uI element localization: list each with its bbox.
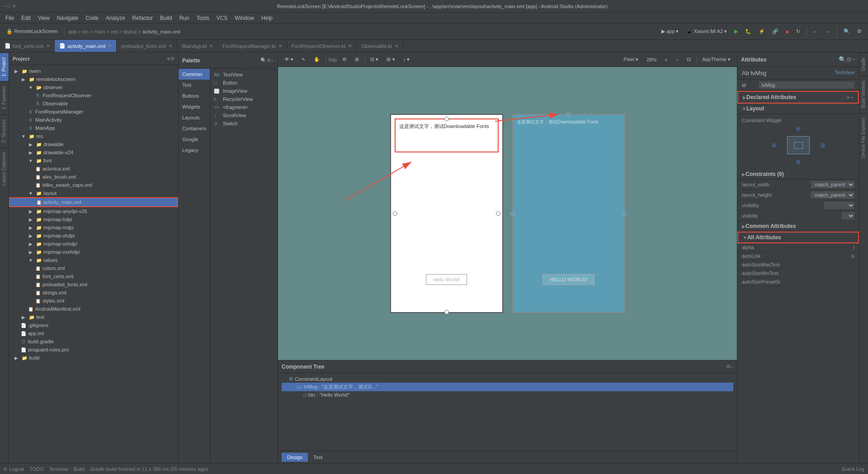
menu-file[interactable]: File <box>2 14 18 22</box>
status-event-log[interactable]: Event Log <box>842 466 864 472</box>
menu-navigate[interactable]: Navigate <box>53 14 82 22</box>
toolbar-attach[interactable]: 🔗 <box>769 28 781 35</box>
toolbar-profile[interactable]: ⚡ <box>756 28 768 35</box>
tree-item-observable[interactable]: K Observable <box>9 100 178 108</box>
tree-item-aclonica[interactable]: 📋 aclonica.xml <box>9 165 178 173</box>
tree-item-proguard[interactable]: 📄 proguard-rules.pro <box>9 346 178 354</box>
menu-view[interactable]: View <box>34 14 53 22</box>
tab-close-observable[interactable]: ✕ <box>395 43 398 48</box>
tree-item-colors[interactable]: 📋 colors.xml <box>9 264 178 272</box>
constraint-add-left[interactable]: ⊕ <box>771 142 777 149</box>
ct-constraint-layout[interactable]: ⊞ ConstraintLayout <box>282 375 733 383</box>
attr-visibility-select[interactable]: visible invisible gone <box>824 202 854 209</box>
handle-right[interactable] <box>496 211 500 216</box>
phone1-button[interactable]: Hello World! <box>426 274 467 285</box>
phone2-button[interactable]: HELLO WORLD! <box>542 274 594 285</box>
tab-mainapp[interactable]: MainApp.kt ✕ <box>177 40 218 52</box>
tree-item-layout[interactable]: ▼ 📁 layout <box>9 189 178 197</box>
handle-left[interactable] <box>393 211 397 216</box>
layout-section[interactable]: ▼ Layout <box>737 104 859 114</box>
palette-cat-containers[interactable]: Containers <box>179 123 210 134</box>
tree-item-mipmap-xxxhdpi[interactable]: ▶ 📁 mipmap-xxxhdpi <box>9 248 178 256</box>
toolbar-run[interactable]: ▶ <box>731 28 741 35</box>
tree-item-res[interactable]: ▼ 📁 res <box>9 132 178 140</box>
common-attributes-section[interactable]: ▶ Common Attributes <box>737 221 859 232</box>
project-settings-btn[interactable]: ⚙ <box>170 56 175 61</box>
constraint-add-top[interactable]: ⊕ <box>796 125 801 132</box>
design-zoom-in-btn[interactable]: + <box>662 56 670 63</box>
toolbar-device[interactable]: 📱 Xiaomi MI A2 ▾ <box>683 28 730 35</box>
ct-btn[interactable]: □ btn - "Hello World!" <box>282 391 733 398</box>
palette-item-switch[interactable]: ⊙ Switch <box>212 119 276 128</box>
menu-analyze[interactable]: Analyze <box>102 14 129 22</box>
menu-refactor[interactable]: Refactor <box>129 14 156 22</box>
window-controls[interactable]: ─ □ ✕ <box>4 4 16 9</box>
attr-search-btn[interactable]: 🔍 <box>839 56 846 63</box>
palette-item-textview[interactable]: Ab TextView <box>212 71 276 79</box>
component-tree-collapse[interactable]: − <box>731 364 733 370</box>
tab-activity-main[interactable]: 📄 activity_main.xml ✕ <box>55 40 117 52</box>
tree-item-gitignore[interactable]: 📄 .gitignore <box>9 321 178 329</box>
tree-item-values[interactable]: ▼ 📁 values <box>9 256 178 264</box>
palette-cat-google[interactable]: Google <box>179 134 210 145</box>
tree-item-owen[interactable]: ▶ 📁 owen <box>9 67 178 75</box>
tab-text[interactable]: Text <box>308 453 328 462</box>
vtab-layout-captures[interactable]: Layout Captures <box>0 147 9 190</box>
tab-close-font-request-manager[interactable]: ✕ <box>278 43 282 48</box>
tree-item-android-manifest[interactable]: 📋 AndroidManifest.xml <box>9 305 178 313</box>
palette-item-recyclerview[interactable]: ≡ RecyclerView <box>212 95 276 103</box>
toolbar-settings[interactable]: ⚙ <box>854 28 864 35</box>
design-guidelines-btn[interactable]: ⊞ ▾ <box>384 56 397 63</box>
tree-item-test[interactable]: ▶ 📁 test <box>9 313 178 321</box>
menu-vcs[interactable]: VCS <box>213 14 231 22</box>
component-tree-settings[interactable]: ⚙ <box>726 364 731 370</box>
tree-item-main-activity[interactable]: K MainActivity <box>9 116 178 124</box>
tree-item-observer[interactable]: ▼ 📂 observer <box>9 83 178 91</box>
palette-cat-legacy[interactable]: Legacy <box>179 145 210 156</box>
menu-build[interactable]: Build <box>156 14 176 22</box>
toolbar-stop[interactable]: ■ <box>783 28 792 35</box>
tree-item-mipmap-anydpi[interactable]: ▶ 📁 mipmap-anydpi-v26 <box>9 207 178 215</box>
vtab-device-file-explorer[interactable]: Device File Explorer <box>859 113 868 162</box>
palette-item-fragment[interactable]: <> <fragment> <box>212 103 276 111</box>
menu-tools[interactable]: Tools <box>193 14 213 22</box>
palette-settings-btn[interactable]: ⚙ <box>267 57 271 63</box>
phone2[interactable]: 这是测试文字，测试Downloadable Fonts HELLO WORLD! <box>512 114 625 313</box>
vtab-structure[interactable]: Z: Structure <box>0 114 9 147</box>
selected-textview-box[interactable]: 这是测试文字，测试Downloadable Fonts <box>395 118 499 152</box>
menu-code[interactable]: Code <box>82 14 102 22</box>
tab-observable[interactable]: Observable.kt ✕ <box>357 40 403 52</box>
design-pan-btn[interactable]: ✋ <box>311 56 323 63</box>
tree-item-activity-main[interactable]: 📋 activity_main.xml <box>9 197 178 207</box>
constraints-section[interactable]: ▶ Constraints (0) <box>737 169 859 180</box>
palette-item-scrollview[interactable]: ↕ ScrollView <box>212 111 276 119</box>
tab-close-mainapp[interactable]: ✕ <box>209 43 213 48</box>
toolbar-run-config[interactable]: ▶ app ▾ <box>659 28 681 35</box>
constraint-add-right[interactable]: ⊕ <box>820 142 826 149</box>
toolbar-remote-lockscreen[interactable]: 🔒 RemoteLockScreen <box>4 28 61 35</box>
design-device-btn[interactable]: Pixel ▾ <box>621 56 641 63</box>
attr-visiblity-select[interactable] <box>842 212 854 219</box>
vtab-project[interactable]: 1: Project <box>0 52 9 81</box>
tab-preloaded-fonts[interactable]: preloaded_fonts.xml ✕ <box>117 40 177 52</box>
menu-help[interactable]: Help <box>258 14 276 22</box>
menu-run[interactable]: Run <box>176 14 193 22</box>
palette-collapse-btn[interactable]: − <box>271 58 274 63</box>
constraint-add-bottom[interactable]: ⊕ <box>796 158 801 166</box>
tree-item-drawable[interactable]: ▶ 📁 drawable <box>9 140 178 148</box>
tree-item-strings[interactable]: 📋 strings.xml <box>9 289 178 297</box>
design-zoom-out-btn[interactable]: − <box>673 56 681 63</box>
tree-item-mipmap-hdpi[interactable]: ▶ 📁 mipmap-hdpi <box>9 215 178 223</box>
design-margins-btn[interactable]: ↕ ▾ <box>401 56 413 63</box>
toolbar-debug[interactable]: 🐛 <box>742 28 754 35</box>
status-todo[interactable]: TODO <box>29 466 44 472</box>
project-expand-btn[interactable]: ⊕ <box>167 56 170 61</box>
tab-close-font-certs[interactable]: ✕ <box>46 43 50 48</box>
tab-design[interactable]: Design <box>282 453 308 462</box>
tab-close-activity-main[interactable]: ✕ <box>108 43 112 48</box>
tree-item-build[interactable]: ▶ 📁 build <box>9 354 178 362</box>
handle2-left[interactable] <box>511 211 515 216</box>
tree-item-font-certs[interactable]: 📋 font_certs.xml <box>9 272 178 280</box>
tree-item-preloaded-fonts[interactable]: 📋 preloaded_fonts.xml <box>9 280 178 289</box>
tab-font-request-manager[interactable]: FontRequestManager.kt ✕ <box>218 40 287 52</box>
